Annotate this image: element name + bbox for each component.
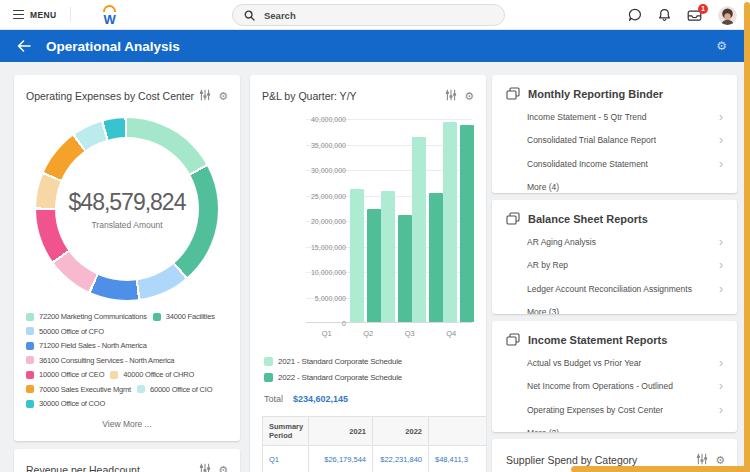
inbox-icon[interactable]: 1	[687, 9, 702, 22]
report-link-label: Actual vs Budget vs Prior Year	[527, 358, 641, 368]
donut-legend-item[interactable]: 36100 Consulting Services - North Americ…	[26, 356, 174, 365]
workday-logo-letter: W	[99, 13, 121, 26]
header-gear-icon[interactable]: ⚙	[716, 39, 727, 53]
legend-swatch	[26, 327, 34, 335]
donut-legend-item[interactable]: 71200 Field Sales - North America	[26, 341, 147, 350]
donut-legend-item[interactable]: 72200 Marketing Communications	[26, 312, 147, 321]
pl-summary-table: Summary Period20212022 Q1$26,179,544$22,…	[262, 416, 486, 472]
legend-label: 30000 Office of COO	[39, 399, 105, 408]
more-link[interactable]: More (2)	[506, 422, 723, 433]
highlight-border-horizontal	[571, 466, 750, 472]
menu-label: MENU	[30, 10, 57, 20]
donut-legend-item[interactable]: 50000 Office of CFO	[26, 327, 104, 336]
search-input[interactable]	[264, 10, 464, 21]
table-cell-link[interactable]: $26,179,544	[309, 446, 373, 472]
bar-q4-2022[interactable]	[460, 125, 474, 322]
report-link[interactable]: Consolidated Income Statement›	[506, 152, 723, 176]
chevron-right-icon: ›	[719, 259, 723, 271]
report-link[interactable]: AR by Rep›	[506, 254, 723, 278]
donut-legend-item[interactable]: 40000 Office of CHRO	[110, 370, 194, 379]
bar-legend-item[interactable]: 2021 - Standard Corporate Schedule	[264, 357, 486, 366]
bar-group-q3	[412, 137, 443, 322]
bar-q2-2022[interactable]	[398, 215, 412, 322]
table-cell-link[interactable]: $22,231,840	[373, 446, 429, 472]
chevron-right-icon: ›	[719, 380, 723, 392]
operating-expenses-title: Operating Expenses by Cost Center	[26, 90, 194, 102]
table-header-cell	[429, 417, 487, 446]
view-more-link[interactable]: View More ...	[14, 419, 240, 429]
bar-q3-2022[interactable]	[429, 193, 443, 323]
donut-legend-item[interactable]: 60000 Office of CIO	[137, 385, 212, 394]
legend-label: 60000 Office of CIO	[150, 385, 212, 394]
workday-logo[interactable]: W	[99, 4, 121, 26]
bar-q2-2021[interactable]	[381, 191, 395, 322]
legend-label: 40000 Office of CHRO	[123, 370, 194, 379]
donut-legend-item[interactable]: 10000 Office of CEO	[26, 370, 104, 379]
report-link[interactable]: Net Income from Operations - Outlined›	[506, 375, 723, 399]
table-row: Q1$26,179,544$22,231,840$48,411,3	[263, 446, 487, 472]
legend-swatch	[264, 357, 273, 366]
bar-q1-2021[interactable]	[350, 189, 364, 323]
top-bar: MENU W 1	[0, 0, 750, 30]
report-link[interactable]: AR Aging Analysis›	[506, 230, 723, 254]
sliders-icon[interactable]	[199, 461, 211, 472]
bar-q4-2021[interactable]	[443, 122, 457, 322]
sliders-icon[interactable]	[199, 87, 211, 105]
report-link-label: AR by Rep	[527, 260, 568, 270]
table-cell-link[interactable]: Q1	[263, 446, 309, 472]
search-bar[interactable]	[232, 4, 505, 26]
more-link[interactable]: More (3)	[506, 301, 723, 315]
back-arrow-button[interactable]	[17, 40, 31, 52]
menu-button[interactable]: MENU	[0, 0, 70, 29]
report-link[interactable]: Operating Expenses by Cost Center›	[506, 398, 723, 422]
pl-bar-chart[interactable]: 40,000,00035,000,00030,000,00025,000,000…	[262, 115, 474, 345]
legend-swatch	[26, 313, 34, 321]
more-link[interactable]: More (4)	[506, 176, 723, 194]
workday-logo-arc-icon	[103, 5, 116, 12]
user-avatar[interactable]	[718, 6, 737, 25]
report-link[interactable]: Consolidated Trial Balance Report›	[506, 129, 723, 153]
donut-legend-item[interactable]: 34000 Facilities	[153, 312, 215, 321]
chat-icon[interactable]	[628, 8, 642, 22]
left-column: Operating Expenses by Cost Center ⚙ $48,…	[14, 75, 240, 472]
chevron-right-icon: ›	[719, 357, 723, 369]
chevron-right-icon: ›	[719, 158, 723, 170]
pl-by-quarter-card: P&L by Quarter: Y/Y ⚙ 40,000,00035,000,0…	[250, 75, 486, 472]
report-card-title: Income Statement Reports	[528, 334, 667, 346]
topbar-divider	[70, 7, 71, 22]
bar-q1-2022[interactable]	[367, 209, 381, 322]
sliders-icon[interactable]	[445, 87, 457, 105]
report-link-label: Consolidated Income Statement	[527, 159, 648, 169]
gear-icon[interactable]: ⚙	[218, 91, 228, 102]
binder-icon	[506, 212, 520, 225]
donut-legend-item[interactable]: 70000 Sales Executive Mgmt	[26, 385, 131, 394]
donut-total-label: Translated Amount	[91, 220, 162, 230]
report-link[interactable]: Income Statement - 5 Qtr Trend›	[506, 105, 723, 129]
total-value-link[interactable]: $234,602,145	[293, 394, 348, 404]
table-cell-link[interactable]: $48,411,3	[429, 446, 487, 472]
legend-label: 50000 Office of CFO	[39, 327, 104, 336]
gear-icon[interactable]: ⚙	[464, 91, 474, 102]
donut-legend-item[interactable]: 30000 Office of COO	[26, 399, 105, 408]
report-link[interactable]: Ledger Account Reconciliation Assignment…	[506, 277, 723, 301]
report-link-label: Consolidated Trial Balance Report	[527, 135, 656, 145]
legend-swatch	[26, 385, 34, 393]
chevron-right-icon: ›	[719, 283, 723, 295]
notifications-bell-icon[interactable]	[658, 8, 671, 22]
bar-q3-2021[interactable]	[412, 137, 426, 322]
report-card-header: Monthly Reporting Binder	[506, 87, 723, 100]
legend-label: 10000 Office of CEO	[39, 370, 104, 379]
x-axis-label: Q2	[363, 329, 373, 338]
right-column: Monthly Reporting BinderIncome Statement…	[492, 75, 737, 472]
more-link-label: More (4)	[527, 182, 559, 192]
gear-icon[interactable]: ⚙	[218, 465, 228, 472]
highlight-border-vertical	[744, 2, 750, 472]
bar-legend-item[interactable]: 2022 - Standard Corporate Schedule	[264, 373, 486, 382]
table-header-cell: 2022	[373, 417, 429, 446]
report-link[interactable]: Actual vs Budget vs Prior Year›	[506, 351, 723, 375]
gear-icon[interactable]: ⚙	[715, 455, 725, 466]
bar-group-q1	[350, 189, 381, 323]
legend-label: 2021 - Standard Corporate Schedule	[278, 357, 402, 366]
x-axis-label: Q4	[446, 329, 456, 338]
cost-center-donut-chart[interactable]: $48,579,824 Translated Amount	[36, 118, 218, 300]
